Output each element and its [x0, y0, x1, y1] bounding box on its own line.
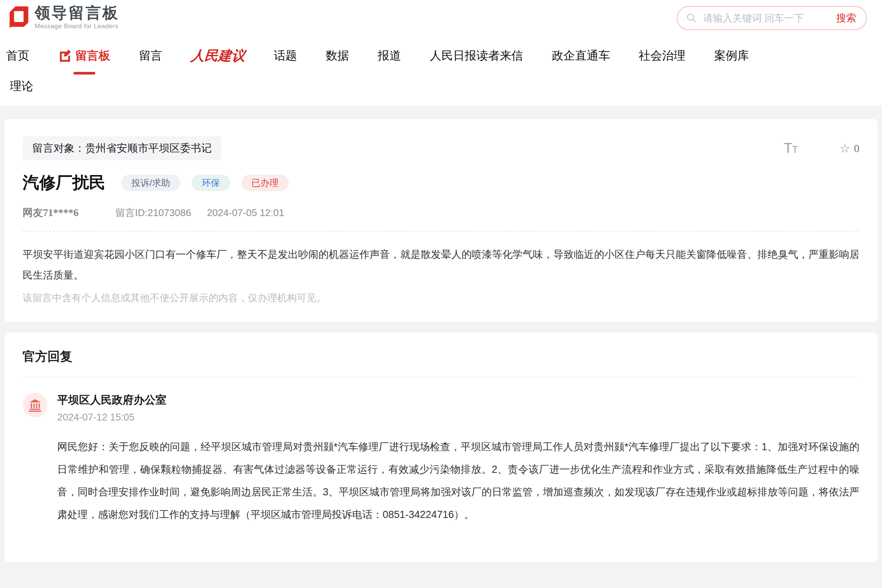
- nav-item-data[interactable]: 数据: [326, 37, 349, 75]
- search-bar[interactable]: 搜索: [677, 6, 867, 30]
- nav-item-home[interactable]: 首页: [6, 37, 29, 75]
- tag-environment: 环保: [192, 175, 230, 191]
- message-id: 留言ID:21073086: [116, 206, 191, 219]
- nav-item-messages[interactable]: 留言: [139, 37, 162, 75]
- government-building-icon: [27, 397, 43, 413]
- reply-date: 2024-07-12 15:05: [57, 411, 859, 423]
- nav-item-message-board[interactable]: 留言板: [58, 37, 110, 75]
- site-header: 领导留言板 Message Board for Leaders 搜索: [0, 0, 882, 37]
- message-body: 平坝安平街道迎宾花园小区门口有一个修车厂，整天不是发出吵闹的机器运作声音，就是散…: [23, 244, 859, 286]
- font-size-icon[interactable]: TT: [784, 142, 798, 155]
- nav-item-social-governance[interactable]: 社会治理: [639, 37, 685, 75]
- nav-item-theory[interactable]: 理论: [10, 75, 33, 98]
- reply-content: 网民您好：关于您反映的问题，经平坝区城市管理局对贵州颢*汽车修理厂进行现场检查，…: [57, 436, 859, 526]
- site-subtitle: Message Board for Leaders: [35, 23, 119, 30]
- reply-item: 平坝区人民政府办公室 2024-07-12 15:05 网民您好：关于您反映的问…: [23, 393, 859, 526]
- message-card: 留言对象：贵州省安顺市平坝区委书记 TT ☆ 0 汽修厂扰民 投诉/求助 环保 …: [5, 119, 877, 322]
- logo-icon: [6, 5, 29, 29]
- star-icon: ☆: [839, 141, 850, 155]
- message-title: 汽修厂扰民: [23, 172, 105, 194]
- nav-item-reports[interactable]: 报道: [378, 37, 401, 75]
- nav-item-topics[interactable]: 话题: [274, 37, 297, 75]
- reply-section-title: 官方回复: [23, 348, 859, 377]
- message-author: 网友71****6: [23, 206, 79, 219]
- search-button[interactable]: 搜索: [836, 11, 856, 25]
- main-content: 留言对象：贵州省安顺市平坝区委书记 TT ☆ 0 汽修厂扰民 投诉/求助 环保 …: [0, 105, 882, 562]
- site-logo[interactable]: 领导留言板 Message Board for Leaders: [6, 5, 119, 30]
- message-date: 2024-07-05 12:01: [207, 207, 284, 219]
- nav-item-label: 留言板: [75, 48, 110, 64]
- divider: [23, 231, 859, 232]
- nav-item-people-suggestions[interactable]: 人民建议: [190, 37, 247, 75]
- tag-status-handled: 已办理: [241, 175, 289, 191]
- site-title: 领导留言板: [35, 5, 119, 21]
- nav-item-gov-enterprise[interactable]: 政企直通车: [552, 37, 610, 75]
- avatar: [23, 393, 47, 417]
- official-reply-card: 官方回复 平坝区人民政府办公室 2024-07-12 15:05 网民您好：关于…: [5, 332, 877, 562]
- reply-agency-name: 平坝区人民政府办公室: [57, 393, 859, 408]
- nav-item-reader-letters[interactable]: 人民日报读者来信: [430, 37, 523, 75]
- tag-complaint: 投诉/求助: [121, 175, 180, 191]
- privacy-note: 该留言中含有个人信息或其他不便公开展示的内容，仅办理机构可见。: [23, 291, 859, 305]
- search-input[interactable]: [703, 12, 836, 24]
- search-icon: [686, 12, 697, 24]
- main-nav: 首页 留言板 留言 人民建议 话题 数据 报道 人民日报读者来信 政企直通车 社…: [0, 37, 882, 105]
- favorite-button[interactable]: ☆ 0: [839, 141, 859, 155]
- favorite-count: 0: [854, 142, 860, 155]
- edit-board-icon: [58, 49, 72, 62]
- message-target-badge: 留言对象：贵州省安顺市平坝区委书记: [23, 136, 221, 160]
- nav-item-case-library[interactable]: 案例库: [714, 37, 749, 75]
